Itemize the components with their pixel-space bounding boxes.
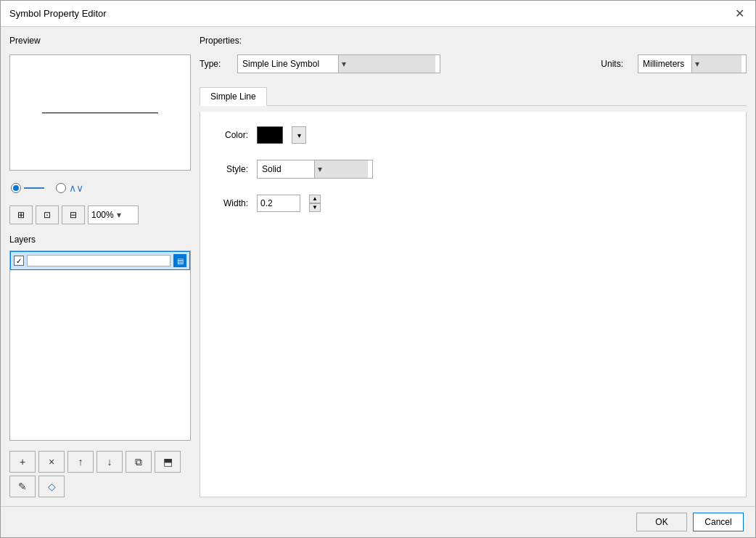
paste-button[interactable]: ⬒ [155,451,181,473]
layers-label: Layers [9,235,191,245]
layer-row[interactable]: ✓ ▤ [10,251,190,270]
zoom-dropdown-arrow: ▾ [117,210,135,220]
dialog-footer: OK Cancel [1,506,755,537]
preview-controls: ∧∨ [9,179,191,197]
dialog-title: Symbol Property Editor [9,8,107,19]
ok-button[interactable]: OK [636,513,687,531]
radio-circle-2[interactable] [56,183,66,193]
zoom-dropdown[interactable]: 100% ▾ [88,205,139,224]
zoom-value: 100% [91,210,114,220]
units-dropdown-arrow: ▾ [691,55,742,73]
width-input[interactable] [257,195,300,212]
title-bar: Symbol Property Editor ✕ [1,1,755,27]
right-panel: Properties: Type: Simple Line Symbol ▾ U… [200,36,747,497]
symbol-property-editor-dialog: Symbol Property Editor ✕ Preview ∧∨ [0,0,756,538]
width-spinner-up[interactable]: ▲ [309,195,321,203]
layer-icon-button[interactable]: ▤ [173,254,186,267]
tab-content: Color: ▾ Style: Solid ▾ Width: [200,112,747,497]
properties-label: Properties: [200,36,747,46]
zoom-fit-all-button[interactable]: ⊞ [9,205,33,224]
move-down-button[interactable]: ↓ [96,451,123,473]
layer-preview [27,255,170,266]
type-dropdown[interactable]: Simple Line Symbol ▾ [237,54,440,73]
style-dropdown[interactable]: Solid ▾ [257,160,373,179]
color-row: Color: ▾ [212,126,734,144]
preview-box [9,54,191,171]
style-row: Style: Solid ▾ [212,160,734,179]
action-buttons: + × ↑ ↓ ⧉ ⬒ ✎ ◇ [9,451,191,497]
units-value: Millimeters [643,59,687,69]
width-spinner: ▲ ▼ [309,195,321,212]
edit-button[interactable]: ✎ [9,476,36,497]
style-value: Solid [262,164,310,174]
layers-box: ✓ ▤ [9,250,191,441]
type-dropdown-arrow: ▾ [338,55,436,73]
move-up-button[interactable]: ↑ [67,451,94,473]
color-dropdown-button[interactable]: ▾ [292,126,306,144]
remove-layer-button[interactable]: × [38,451,65,473]
radio-circle-1[interactable] [11,183,21,193]
save-button[interactable]: ◇ [38,476,65,497]
preview-label: Preview [9,36,191,46]
style-dropdown-arrow: ▾ [314,160,369,178]
cancel-button[interactable]: Cancel [693,513,744,531]
type-label: Type: [200,59,229,69]
dialog-body: Preview ∧∨ ⊞ ⊡ ⊟ [1,27,755,506]
tab-simple-line[interactable]: Simple Line [200,87,267,106]
left-panel: Preview ∧∨ ⊞ ⊡ ⊟ [9,36,191,497]
type-units-row: Type: Simple Line Symbol ▾ Units: Millim… [200,54,747,73]
radio-dash-icon [24,187,44,189]
radio-option-2[interactable]: ∧∨ [56,182,83,194]
preview-line [42,113,158,113]
close-button[interactable]: ✕ [732,7,747,21]
color-swatch[interactable] [257,126,283,144]
layer-checkbox[interactable]: ✓ [14,256,24,266]
copy-button[interactable]: ⧉ [126,451,152,473]
units-label: Units: [601,59,623,69]
width-row: Width: ▲ ▼ [212,195,734,212]
type-value: Simple Line Symbol [242,59,334,69]
zoom-fixed-button[interactable]: ⊟ [62,205,85,224]
tab-bar: Simple Line [200,86,747,106]
width-label: Width: [212,198,248,208]
units-dropdown[interactable]: Millimeters ▾ [638,54,747,73]
add-layer-button[interactable]: + [9,451,36,473]
zoom-fit-button[interactable]: ⊡ [36,205,59,224]
zigzag-icon: ∧∨ [69,182,83,194]
style-label: Style: [212,164,248,174]
zoom-controls: ⊞ ⊡ ⊟ 100% ▾ [9,205,191,224]
color-label: Color: [212,130,248,140]
radio-option-1[interactable] [11,183,44,193]
width-spinner-down[interactable]: ▼ [309,203,321,212]
